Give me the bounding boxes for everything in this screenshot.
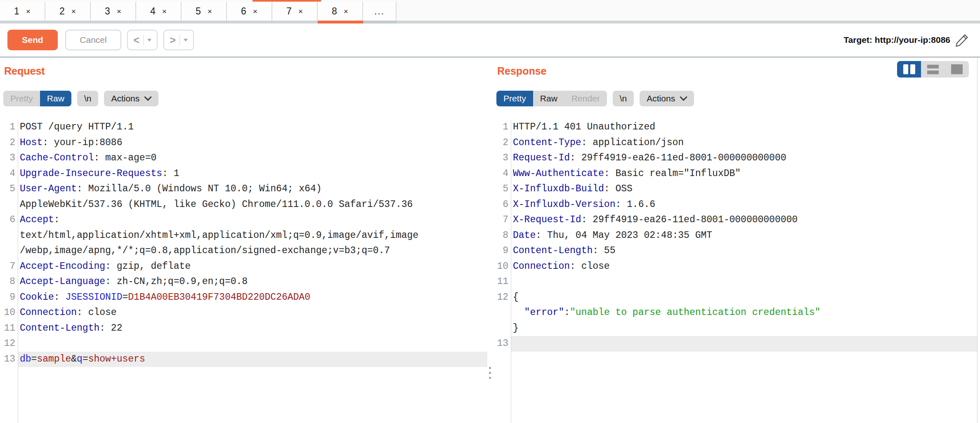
close-tab-icon[interactable]: × — [344, 7, 348, 15]
line-text: } — [508, 321, 519, 336]
line-number: 3 — [493, 150, 508, 166]
line-number: 4 — [493, 166, 508, 182]
line-number: 7 — [0, 259, 15, 275]
request-line[interactable]: 3Cache-Control: max-age=0 — [0, 150, 487, 166]
request-line[interactable]: 9Cookie: JSESSIONID=D1B4A00EB30419F7304B… — [0, 290, 487, 306]
close-tab-icon[interactable]: × — [162, 7, 167, 15]
request-line[interactable]: 13db=sample&q=show+users — [0, 352, 487, 367]
response-line: 8Date: Thu, 04 May 2023 02:48:35 GMT — [493, 228, 977, 244]
line-text: /webp,image/apng,*/*;q=0.8,application/s… — [15, 243, 390, 259]
close-tab-icon[interactable]: × — [298, 7, 303, 15]
line-number — [493, 305, 508, 321]
layout-single-button[interactable] — [945, 61, 969, 78]
response-line: 7X-Request-Id: 29ff4919-ea26-11ed-8001-0… — [493, 212, 977, 228]
history-forward-button[interactable]: > — [163, 30, 194, 50]
request-line[interactable]: 8Accept-Language: zh-CN,zh;q=0.9,en;q=0.… — [0, 274, 487, 290]
repeater-tab-3[interactable]: 3× — [91, 2, 136, 21]
response-tab-newline[interactable]: \n — [613, 91, 634, 106]
line-number: 10 — [493, 259, 508, 275]
request-line[interactable]: 7Accept-Encoding: gzip, deflate — [0, 259, 487, 275]
line-number: 6 — [0, 212, 15, 228]
request-line[interactable]: 2Host: your-ip:8086 — [0, 135, 487, 151]
request-line[interactable]: 6Accept: — [0, 212, 487, 228]
request-line[interactable]: 4Upgrade-Insecure-Requests: 1 — [0, 166, 487, 182]
request-tab-raw[interactable]: Raw — [40, 91, 71, 106]
response-line: 1HTTP/1.1 401 Unauthorized — [493, 120, 977, 135]
edit-target-icon[interactable] — [954, 32, 970, 48]
line-text: Upgrade-Insecure-Requests: 1 — [15, 166, 179, 182]
line-number: 7 — [493, 212, 508, 228]
line-number: 11 — [493, 274, 508, 290]
close-tab-icon[interactable]: × — [26, 7, 31, 15]
layout-toggle-group — [897, 61, 969, 78]
forward-dropdown-icon[interactable] — [184, 39, 188, 42]
tab-list: 1×2×3×4×5×6×7×8×... — [0, 2, 397, 21]
request-line[interactable]: 12 — [0, 336, 487, 352]
repeater-tab-4[interactable]: 4× — [136, 2, 182, 21]
send-button[interactable]: Send — [7, 30, 58, 50]
tab-label: 4 — [150, 6, 156, 17]
response-tab-raw[interactable]: Raw — [533, 91, 564, 106]
response-actions-button[interactable]: Actions — [640, 91, 694, 106]
button-divider — [179, 35, 180, 45]
request-tab-newline[interactable]: \n — [77, 91, 99, 106]
line-number: 8 — [0, 274, 15, 290]
response-line: 9Content-Length: 55 — [493, 243, 977, 259]
response-viewer: 1HTTP/1.1 401 Unauthorized2Content-Type:… — [493, 120, 977, 423]
splitter-grip-icon[interactable] — [489, 367, 491, 379]
line-text — [508, 274, 513, 290]
request-tab-pretty[interactable]: Pretty — [3, 91, 40, 106]
request-line[interactable]: 5User-Agent: Mozilla/5.0 (Windows NT 10.… — [0, 181, 487, 197]
layout-columns-button[interactable] — [897, 61, 921, 78]
line-number — [493, 321, 508, 336]
request-editor[interactable]: 1POST /query HTTP/1.12Host: your-ip:8086… — [0, 120, 487, 423]
panel-splitter[interactable] — [487, 58, 493, 423]
layout-rows-button[interactable] — [921, 61, 945, 78]
request-line[interactable]: text/html,application/xhtml+xml,applicat… — [0, 228, 487, 244]
request-view-tabs: Pretty Raw \n Actions — [3, 91, 158, 106]
line-text: X-Request-Id: 29ff4919-ea26-11ed-8001-00… — [508, 212, 798, 228]
response-panel: Response Pretty Raw Render \n Actions 1H… — [493, 58, 978, 423]
back-dropdown-icon[interactable] — [147, 39, 151, 42]
repeater-tab-5[interactable]: 5× — [182, 2, 227, 21]
repeater-tab-7[interactable]: 7× — [272, 2, 318, 21]
tab-label: 8 — [332, 6, 337, 17]
repeater-tab-6[interactable]: 6× — [227, 2, 272, 21]
response-line: 4Www-Authenticate: Basic realm="InfluxDB… — [493, 166, 977, 182]
line-number — [0, 197, 15, 213]
response-tab-pretty[interactable]: Pretty — [496, 91, 533, 106]
request-line[interactable]: 1POST /query HTTP/1.1 — [0, 120, 487, 135]
repeater-tab-1[interactable]: 1× — [0, 2, 45, 21]
line-text: User-Agent: Mozilla/5.0 (Windows NT 10.0… — [15, 181, 322, 197]
request-line[interactable]: 11Content-Length: 22 — [0, 321, 487, 336]
response-line: 3Request-Id: 29ff4919-ea26-11ed-8001-000… — [493, 150, 977, 166]
request-line[interactable]: 10Connection: close — [0, 305, 487, 321]
line-number: 13 — [493, 336, 508, 352]
close-tab-icon[interactable]: × — [117, 7, 121, 15]
tab-label: 1 — [14, 6, 19, 17]
line-number — [0, 228, 15, 244]
response-tab-render: Render — [564, 91, 607, 106]
tab-label: 5 — [196, 6, 201, 17]
line-number: 2 — [493, 135, 508, 151]
request-line[interactable]: AppleWebKit/537.36 (KHTML, like Gecko) C… — [0, 197, 487, 213]
request-line[interactable]: /webp,image/apng,*/*;q=0.8,application/s… — [0, 243, 487, 259]
line-number: 5 — [493, 181, 508, 197]
cancel-button[interactable]: Cancel — [65, 30, 121, 50]
response-view-tabs: Pretty Raw Render \n Actions — [496, 91, 694, 106]
close-tab-icon[interactable]: × — [253, 7, 257, 15]
line-text: { — [508, 290, 519, 306]
repeater-tab-8[interactable]: 8× — [318, 2, 363, 21]
tab-overflow[interactable]: ... — [363, 2, 397, 21]
line-text: Content-Length: 55 — [508, 243, 615, 259]
history-back-button[interactable]: < — [127, 30, 158, 50]
repeater-tab-2[interactable]: 2× — [45, 2, 91, 21]
request-actions-button[interactable]: Actions — [104, 91, 158, 106]
close-tab-icon[interactable]: × — [71, 7, 76, 15]
response-panel-title: Response — [497, 65, 546, 77]
line-text — [508, 336, 513, 352]
response-line: "error":"unable to parse authentication … — [493, 305, 977, 321]
line-text: Accept-Language: zh-CN,zh;q=0.9,en;q=0.8 — [15, 274, 248, 290]
close-tab-icon[interactable]: × — [208, 7, 212, 15]
response-line: 13 — [493, 336, 977, 352]
